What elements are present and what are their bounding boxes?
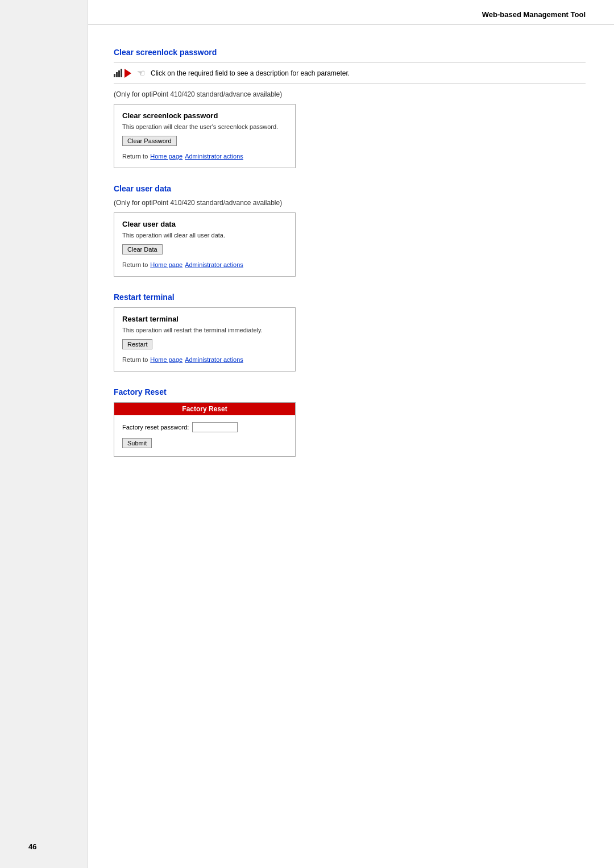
clear-screenlock-card-title: Clear screenlock password	[122, 111, 287, 120]
clear-screenlock-only-for: (Only for optiPoint 410/420 standard/adv…	[114, 90, 586, 98]
clear-screenlock-return: Return to Home page Administrator action…	[122, 153, 287, 160]
clear-user-data-home-link[interactable]: Home page	[150, 261, 182, 268]
restart-terminal-card: Restart terminal This operation will res…	[114, 307, 296, 372]
info-bar-text: Click on the required field to see a des…	[151, 69, 350, 77]
sidebar-gray	[0, 0, 88, 868]
restart-terminal-return-text: Return to	[122, 356, 148, 363]
factory-reset-submit-button[interactable]: Submit	[122, 438, 152, 448]
factory-reset-body: Factory reset password: Submit	[114, 415, 295, 456]
hand-icon: ☜	[137, 68, 145, 78]
clear-user-data-only-for: (Only for optiPoint 410/420 standard/adv…	[114, 199, 586, 207]
page-header: Administration Web-based Management Tool	[0, 0, 614, 25]
clear-user-data-card-desc: This operation will clear all user data.	[122, 232, 287, 239]
restart-terminal-title: Restart terminal	[114, 293, 586, 302]
restart-terminal-home-link[interactable]: Home page	[150, 356, 182, 363]
bar1	[114, 74, 115, 77]
factory-reset-card: Factory Reset Factory reset password: Su…	[114, 402, 296, 457]
bar3	[118, 70, 120, 77]
factory-reset-password-row: Factory reset password:	[122, 422, 287, 432]
arrow-pointer	[125, 69, 131, 78]
arrow-bars	[114, 69, 122, 77]
page-container: Administration Web-based Management Tool…	[0, 0, 614, 868]
clear-user-data-card-title: Clear user data	[122, 220, 287, 228]
clear-password-button[interactable]: Clear Password	[122, 136, 177, 146]
restart-terminal-card-title: Restart terminal	[122, 315, 287, 323]
info-bar: ☜ Click on the required field to see a d…	[114, 62, 586, 84]
bar4	[121, 69, 122, 77]
clear-screenlock-return-text: Return to	[122, 153, 148, 160]
clear-user-data-return-text: Return to	[122, 261, 148, 268]
restart-terminal-return: Return to Home page Administrator action…	[122, 356, 287, 363]
factory-reset-password-label: Factory reset password:	[122, 424, 189, 431]
clear-screenlock-admin-link[interactable]: Administrator actions	[185, 153, 243, 160]
factory-reset-section-title: Factory Reset	[114, 387, 586, 397]
clear-screenlock-home-link[interactable]: Home page	[150, 153, 182, 160]
factory-reset-password-input[interactable]	[192, 422, 238, 432]
clear-user-data-admin-link[interactable]: Administrator actions	[185, 261, 243, 268]
arrow-icon	[114, 69, 131, 78]
bar2	[116, 72, 118, 77]
clear-user-data-return: Return to Home page Administrator action…	[122, 261, 287, 268]
clear-screenlock-card-desc: This operation will clear the user's scr…	[122, 123, 287, 130]
clear-screenlock-title: Clear screenlock password	[114, 48, 586, 57]
main-content: Clear screenlock password ☜ Click on the…	[0, 25, 614, 483]
restart-terminal-admin-link[interactable]: Administrator actions	[185, 356, 243, 363]
restart-button[interactable]: Restart	[122, 339, 152, 349]
page-number: 46	[28, 842, 36, 851]
clear-data-button[interactable]: Clear Data	[122, 244, 163, 254]
clear-user-data-card: Clear user data This operation will clea…	[114, 212, 296, 277]
factory-reset-header: Factory Reset	[114, 403, 295, 415]
header-right-title: Web-based Management Tool	[482, 10, 586, 19]
clear-user-data-title: Clear user data	[114, 184, 586, 193]
clear-screenlock-card: Clear screenlock password This operation…	[114, 104, 296, 168]
restart-terminal-card-desc: This operation will restart the terminal…	[122, 327, 287, 333]
